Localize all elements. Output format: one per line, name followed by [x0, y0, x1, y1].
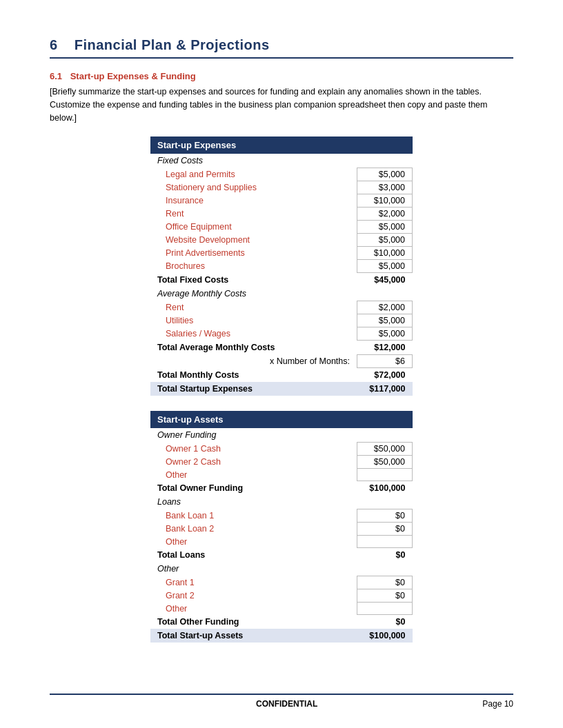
table-row: Other — [150, 536, 413, 548]
total-other-value: $0 — [357, 615, 413, 629]
item-label: Other — [150, 603, 357, 615]
total-monthly-value: $72,000 — [357, 368, 413, 383]
startup-assets-table: Start-up Assets Owner Funding Owner 1 Ca… — [150, 411, 413, 643]
x-months-row: x Number of Months: $6 — [150, 355, 413, 368]
table-row: Utilities $5,000 — [150, 314, 413, 327]
table-row: Other — [150, 469, 413, 481]
table-row: Print Advertisements $10,000 — [150, 247, 413, 260]
item-label: Print Advertisements — [150, 247, 357, 260]
item-value: $0 — [357, 589, 413, 603]
total-other-label: Total Other Funding — [150, 615, 357, 629]
item-label: Owner 1 Cash — [150, 443, 357, 456]
table-row: Other — [150, 603, 413, 615]
monthly-costs-label: Average Monthly Costs — [150, 287, 413, 301]
footer-page: Page 10 — [482, 699, 513, 709]
table-row: Rent $2,000 — [150, 301, 413, 314]
item-label: Insurance — [150, 194, 357, 208]
item-value — [357, 603, 413, 615]
item-value: $0 — [357, 509, 413, 523]
table-row: Grant 1 $0 — [150, 576, 413, 589]
total-fixed-value: $45,000 — [357, 273, 413, 287]
footer: CONFIDENTIAL Page 10 — [50, 694, 513, 709]
total-assets-row: Total Start-up Assets $100,000 — [150, 629, 413, 643]
table-row: Owner 2 Cash $50,000 — [150, 456, 413, 469]
total-avg-monthly-row: Total Average Monthly Costs $12,000 — [150, 341, 413, 355]
item-value: $10,000 — [357, 194, 413, 208]
footer-confidential: CONFIDENTIAL — [91, 699, 482, 709]
table-row: Owner 1 Cash $50,000 — [150, 443, 413, 456]
total-assets-value: $100,000 — [357, 629, 413, 643]
tables-container: Start-up Expenses Fixed Costs Legal and … — [50, 136, 513, 643]
total-assets-label: Total Start-up Assets — [150, 629, 357, 643]
item-value: $50,000 — [357, 456, 413, 469]
item-label: Legal and Permits — [150, 168, 357, 181]
total-other-row: Total Other Funding $0 — [150, 615, 413, 629]
expenses-table-header: Start-up Expenses — [150, 136, 413, 154]
total-fixed-row: Total Fixed Costs $45,000 — [150, 273, 413, 287]
table-row: Insurance $10,000 — [150, 194, 413, 208]
item-value: $3,000 — [357, 181, 413, 194]
total-startup-label: Total Startup Expenses — [150, 382, 357, 396]
item-label: Other — [150, 536, 357, 548]
loans-label: Loans — [150, 495, 413, 509]
item-label: Website Development — [150, 234, 357, 247]
total-monthly-row: Total Monthly Costs $72,000 — [150, 368, 413, 383]
item-value — [357, 469, 413, 481]
table-row: Office Equipment $5,000 — [150, 221, 413, 234]
item-label: Salaries / Wages — [150, 327, 357, 341]
item-value: $5,000 — [357, 234, 413, 247]
total-startup-row: Total Startup Expenses $117,000 — [150, 382, 413, 396]
item-value: $2,000 — [357, 301, 413, 314]
total-loans-label: Total Loans — [150, 548, 357, 563]
total-avg-value: $12,000 — [357, 341, 413, 355]
section-heading: Financial Plan & Projections — [75, 37, 270, 52]
item-label: Owner 2 Cash — [150, 456, 357, 469]
table-row: Bank Loan 2 $0 — [150, 523, 413, 536]
table-row: Rent $2,000 — [150, 208, 413, 221]
item-label: Other — [150, 469, 357, 481]
startup-expenses-table: Start-up Expenses Fixed Costs Legal and … — [150, 136, 413, 396]
subsection-title: 6.1 Start-up Expenses & Funding — [50, 71, 513, 81]
subsection-heading: Start-up Expenses & Funding — [70, 71, 196, 81]
item-label: Brochures — [150, 260, 357, 273]
other-label: Other — [150, 562, 413, 576]
item-value: $0 — [357, 576, 413, 589]
item-label: Rent — [150, 301, 357, 314]
page: 6 Financial Plan & Projections 6.1 Start… — [0, 0, 563, 728]
table-row: Stationery and Supplies $3,000 — [150, 181, 413, 194]
table-row: Grant 2 $0 — [150, 589, 413, 603]
total-avg-label: Total Average Monthly Costs — [150, 341, 357, 355]
section-title: 6 Financial Plan & Projections — [50, 37, 513, 59]
total-owner-row: Total Owner Funding $100,000 — [150, 481, 413, 496]
assets-table-header: Start-up Assets — [150, 411, 413, 428]
table-row: Legal and Permits $5,000 — [150, 168, 413, 181]
fixed-costs-label: Fixed Costs — [150, 154, 413, 168]
table-row: Brochures $5,000 — [150, 260, 413, 273]
x-months-value: $6 — [357, 355, 413, 368]
subsection-number: 6.1 — [50, 71, 62, 81]
total-owner-value: $100,000 — [357, 481, 413, 496]
item-value: $5,000 — [357, 260, 413, 273]
item-label: Rent — [150, 208, 357, 221]
item-value: $2,000 — [357, 208, 413, 221]
x-months-label: x Number of Months: — [150, 355, 357, 368]
owner-funding-label: Owner Funding — [150, 428, 413, 443]
item-value: $5,000 — [357, 327, 413, 341]
table-row: Bank Loan 1 $0 — [150, 509, 413, 523]
item-label: Stationery and Supplies — [150, 181, 357, 194]
item-label: Bank Loan 2 — [150, 523, 357, 536]
item-value: $5,000 — [357, 168, 413, 181]
table-row: Website Development $5,000 — [150, 234, 413, 247]
item-value: $0 — [357, 523, 413, 536]
item-label: Grant 2 — [150, 589, 357, 603]
total-monthly-label: Total Monthly Costs — [150, 368, 357, 383]
item-value: $10,000 — [357, 247, 413, 260]
item-label: Office Equipment — [150, 221, 357, 234]
item-label: Utilities — [150, 314, 357, 327]
description-text: [Briefly summarize the start-up expenses… — [50, 85, 513, 124]
item-value: $5,000 — [357, 314, 413, 327]
item-value: $50,000 — [357, 443, 413, 456]
total-owner-label: Total Owner Funding — [150, 481, 357, 496]
total-loans-value: $0 — [357, 548, 413, 563]
total-loans-row: Total Loans $0 — [150, 548, 413, 563]
